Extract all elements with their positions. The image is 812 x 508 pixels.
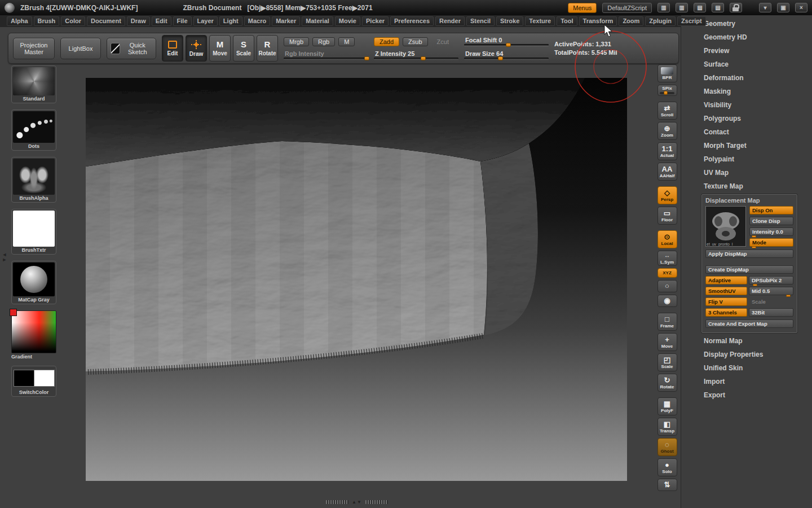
projection-master-button[interactable]: Projection Master bbox=[13, 38, 55, 59]
minimize-button[interactable]: ▾ bbox=[759, 3, 771, 12]
frame-button[interactable]: □ Frame bbox=[657, 313, 677, 331]
switch-color-button[interactable]: SwitchColor bbox=[11, 366, 56, 397]
mrgb-button[interactable]: Mrgb bbox=[284, 37, 309, 46]
subpalette-visibility[interactable]: Visibility bbox=[681, 98, 812, 112]
bpr-button[interactable]: BPR bbox=[657, 64, 677, 82]
subpalette-texture-map[interactable]: Texture Map bbox=[681, 179, 812, 193]
intensity-slider[interactable]: Intensity 0.0 bbox=[749, 227, 793, 236]
local-button[interactable]: ⊙ Local bbox=[657, 230, 677, 248]
tray-resize-button[interactable]: ⇅ bbox=[657, 479, 677, 491]
menu-draw[interactable]: Draw bbox=[127, 16, 150, 26]
aahalf-button[interactable]: AA AAHalf bbox=[657, 163, 677, 181]
default-zscript-button[interactable]: DefaultZScript bbox=[602, 3, 652, 13]
scroll-button[interactable]: ⇄ Scroll bbox=[657, 102, 677, 120]
xyz-button[interactable]: XYZ bbox=[657, 268, 677, 278]
transp-button[interactable]: ◧ Transp bbox=[657, 418, 677, 436]
main-color-swatch[interactable] bbox=[14, 370, 34, 387]
m-button[interactable]: M bbox=[338, 37, 355, 46]
subpalette-uv-map[interactable]: UV Map bbox=[681, 166, 812, 179]
zoom-button[interactable]: ⊕ Zoom bbox=[657, 122, 677, 140]
menu-tool[interactable]: Tool bbox=[557, 16, 577, 26]
bit-depth-button[interactable]: 32Bit bbox=[749, 308, 793, 317]
menu-macro[interactable]: Macro bbox=[244, 16, 270, 26]
scale-3d-button[interactable]: ◰ Scale bbox=[657, 353, 677, 371]
menu-zscript[interactable]: Zscript bbox=[677, 16, 706, 26]
channels-button[interactable]: 3 Channels bbox=[705, 308, 747, 317]
draw-mode-button[interactable]: Draw bbox=[186, 35, 207, 62]
mode-button[interactable]: Mode bbox=[749, 238, 793, 247]
subpalette-deformation[interactable]: Deformation bbox=[681, 71, 812, 85]
create-export-map-button[interactable]: Create And Export Map bbox=[705, 319, 793, 328]
spix-slider[interactable]: SPix bbox=[657, 85, 677, 96]
menu-file[interactable]: File bbox=[173, 16, 192, 26]
pivot-circle-button[interactable]: ○ bbox=[657, 280, 677, 292]
solo-button[interactable]: ● Solo bbox=[657, 458, 677, 476]
current-texture-button[interactable]: BrushTxtr bbox=[11, 209, 56, 255]
scale-mode-button[interactable]: S Scale bbox=[233, 35, 254, 62]
color-picker[interactable]: Gradient bbox=[11, 310, 56, 360]
flip-v-button[interactable]: Flip V bbox=[705, 297, 747, 306]
disp-on-button[interactable]: Disp On bbox=[749, 206, 793, 214]
displacement-panel-title[interactable]: Displacement Map bbox=[705, 197, 793, 204]
left-tray-divider-handle[interactable]: ◄ ► bbox=[1, 252, 8, 262]
menu-picker[interactable]: Picker bbox=[362, 16, 389, 26]
rotate-3d-button[interactable]: ↻ Rotate bbox=[657, 374, 677, 392]
document-scrollbar[interactable]: ▲▼ bbox=[315, 498, 399, 505]
menu-marker[interactable]: Marker bbox=[272, 16, 300, 26]
floor-button[interactable]: ▭ Floor bbox=[657, 207, 677, 225]
subpalette-import[interactable]: Import bbox=[681, 375, 812, 388]
color-gradient-square[interactable] bbox=[11, 310, 56, 353]
subpalette-preview[interactable]: Preview bbox=[681, 44, 812, 58]
dpsubpix-handle[interactable] bbox=[753, 284, 757, 286]
pivot-dot-button[interactable]: ◉ bbox=[657, 295, 677, 307]
current-material-button[interactable]: MatCap Gray bbox=[11, 261, 56, 304]
spix-track[interactable] bbox=[660, 92, 674, 94]
lsym-button[interactable]: ↔ L.Sym bbox=[657, 251, 677, 266]
draw-size-slider[interactable]: Draw Size 64 bbox=[464, 50, 549, 60]
clone-disp-button[interactable]: Clone Disp bbox=[749, 217, 793, 225]
menu-color[interactable]: Color bbox=[61, 16, 85, 26]
subpalette-normal-map[interactable]: Normal Map bbox=[681, 334, 812, 348]
zscript-bar-icon[interactable]: ▥ bbox=[657, 3, 670, 12]
adaptive-button[interactable]: Adaptive bbox=[705, 276, 747, 284]
scroll-arrows-icon[interactable]: ▲▼ bbox=[352, 500, 362, 505]
subpalette-polygroups[interactable]: Polygroups bbox=[681, 112, 812, 125]
menu-document[interactable]: Document bbox=[87, 16, 125, 26]
menu-alpha[interactable]: Alpha bbox=[7, 16, 32, 26]
menu-zplugin[interactable]: Zplugin bbox=[645, 16, 676, 26]
menu-stencil[interactable]: Stencil bbox=[466, 16, 495, 26]
zsub-button[interactable]: Zsub bbox=[403, 37, 427, 46]
lightbox-button[interactable]: LightBox bbox=[60, 38, 101, 59]
current-alpha-button[interactable]: BrushAlpha bbox=[11, 157, 56, 203]
edit-mode-button[interactable]: Edit bbox=[162, 35, 183, 62]
menu-edit[interactable]: Edit bbox=[152, 16, 171, 26]
copy-doc-icon[interactable]: ▤ bbox=[694, 3, 706, 12]
menu-transform[interactable]: Transform bbox=[579, 16, 617, 26]
scroll-grip-right[interactable] bbox=[365, 500, 388, 504]
subpalette-surface[interactable]: Surface bbox=[681, 58, 812, 71]
lock-icon[interactable] bbox=[730, 3, 742, 12]
document-canvas[interactable] bbox=[86, 78, 627, 481]
subpalette-display-properties[interactable]: Display Properties bbox=[681, 348, 812, 361]
intensity-handle[interactable] bbox=[752, 235, 756, 238]
close-button[interactable]: × bbox=[795, 3, 807, 12]
mid-slider[interactable]: Mid 0.5 bbox=[749, 287, 793, 295]
paste-doc-icon[interactable]: ▤ bbox=[712, 3, 724, 12]
scroll-grip-left[interactable] bbox=[326, 500, 348, 504]
zscript-bar2-icon[interactable]: ▥ bbox=[676, 3, 688, 12]
polyframe-button[interactable]: ▦ PolyF bbox=[657, 397, 677, 415]
secondary-color-swatch[interactable] bbox=[34, 370, 55, 387]
current-stroke-button[interactable]: Dots bbox=[11, 110, 56, 151]
displacement-thumbnail[interactable]: et_uv_pronto_l bbox=[705, 206, 746, 247]
ghost-button[interactable]: ◌ Ghost bbox=[657, 438, 677, 456]
menu-stroke[interactable]: Stroke bbox=[496, 16, 523, 26]
subpalette-contact[interactable]: Contact bbox=[681, 125, 812, 139]
menu-material[interactable]: Material bbox=[302, 16, 333, 26]
menu-render[interactable]: Render bbox=[435, 16, 465, 26]
z-intensity-slider[interactable]: Z Intensity 25 bbox=[374, 50, 458, 60]
rgb-button[interactable]: Rgb bbox=[312, 37, 335, 46]
persp-button[interactable]: ◇ Persp bbox=[657, 186, 677, 204]
subpalette-unified-skin[interactable]: Unified Skin bbox=[681, 361, 812, 375]
menu-zoom[interactable]: Zoom bbox=[619, 16, 643, 26]
subpalette-geometry-hd[interactable]: Geometry HD bbox=[681, 30, 812, 44]
